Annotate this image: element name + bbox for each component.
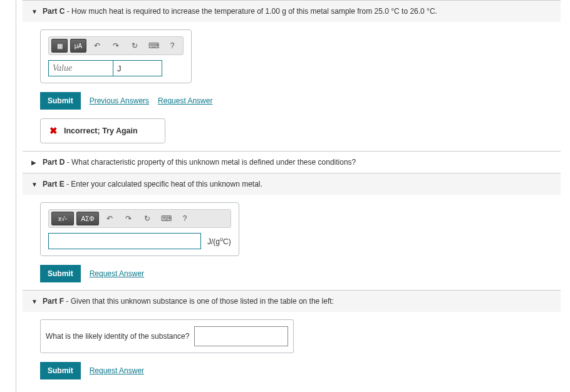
value-input[interactable]	[48, 60, 113, 76]
undo-icon[interactable]: ↶	[89, 39, 105, 53]
part-c-answer-box: ▦ μA ↶ ↷ ↻ ⌨ ?	[40, 29, 192, 83]
part-f-desc: - Given that this unknown substance is o…	[64, 297, 334, 306]
part-c-toolbar: ▦ μA ↶ ↷ ↻ ⌨ ?	[48, 36, 184, 55]
previous-answers-link[interactable]: Previous Answers	[90, 96, 149, 105]
undo-icon[interactable]: ↶	[101, 212, 118, 225]
feedback-text: Incorrect; Try Again	[64, 126, 138, 135]
submit-button[interactable]: Submit	[40, 265, 81, 282]
part-d-desc: - What characteristic property of this u…	[65, 158, 356, 167]
part-f-answer-box: What is the likely identity of the subst…	[40, 319, 294, 353]
feedback-box: ✖ Incorrect; Try Again	[40, 118, 165, 143]
part-e: ▼ Part E - Enter your calculated specifi…	[23, 173, 561, 290]
part-c-desc: - How much heat is required to increase …	[65, 7, 437, 16]
part-c-header[interactable]: ▼ Part C - How much heat is required to …	[23, 1, 561, 22]
help-icon[interactable]: ?	[177, 212, 193, 225]
keyboard-icon[interactable]: ⌨	[158, 212, 174, 225]
unit-input[interactable]	[113, 60, 162, 76]
part-c: ▼ Part C - How much heat is required to …	[23, 0, 561, 151]
caret-down-icon: ▼	[31, 8, 40, 15]
templates-button[interactable]: x√▫	[51, 212, 74, 225]
incorrect-icon: ✖	[49, 125, 58, 137]
part-e-title: Part E	[43, 180, 65, 188]
templates-button[interactable]: ▦	[51, 39, 68, 53]
part-d-title: Part D	[43, 158, 65, 167]
caret-right-icon: ▶	[31, 159, 40, 166]
identity-label: What is the likely identity of the subst…	[41, 332, 194, 341]
symbols-button[interactable]: ΑΣΦ	[76, 212, 99, 225]
keyboard-icon[interactable]: ⌨	[145, 39, 162, 53]
part-d: ▶ Part D - What characteristic property …	[23, 151, 561, 173]
help-icon[interactable]: ?	[164, 39, 180, 53]
units-label: J/(goC)	[207, 236, 231, 246]
caret-down-icon: ▼	[31, 298, 40, 305]
part-e-answer-box: x√▫ ΑΣΦ ↶ ↷ ↻ ⌨ ? J/(goC)	[40, 202, 239, 256]
part-f: ▼ Part F - Given that this unknown subst…	[23, 290, 561, 387]
part-f-title: Part F	[43, 297, 64, 306]
part-f-header[interactable]: ▼ Part F - Given that this unknown subst…	[23, 291, 561, 312]
redo-icon[interactable]: ↷	[120, 212, 137, 225]
request-answer-link[interactable]: Request Answer	[90, 366, 144, 375]
reset-icon[interactable]: ↻	[127, 39, 143, 53]
submit-button[interactable]: Submit	[40, 362, 81, 379]
request-answer-link[interactable]: Request Answer	[90, 269, 144, 278]
submit-button[interactable]: Submit	[40, 92, 81, 110]
identity-input[interactable]	[194, 326, 288, 346]
part-d-header[interactable]: ▶ Part D - What characteristic property …	[23, 152, 561, 173]
redo-icon[interactable]: ↷	[108, 39, 124, 53]
part-e-toolbar: x√▫ ΑΣΦ ↶ ↷ ↻ ⌨ ?	[48, 209, 231, 228]
specific-heat-input[interactable]	[48, 233, 201, 249]
reset-icon[interactable]: ↻	[139, 212, 155, 225]
symbols-button[interactable]: μA	[70, 39, 86, 53]
part-c-title: Part C	[43, 7, 65, 16]
caret-down-icon: ▼	[31, 181, 40, 188]
request-answer-link[interactable]: Request Answer	[158, 96, 212, 105]
part-e-header[interactable]: ▼ Part E - Enter your calculated specifi…	[23, 173, 561, 195]
part-e-desc: - Enter your calculated specific heat of…	[65, 180, 262, 188]
